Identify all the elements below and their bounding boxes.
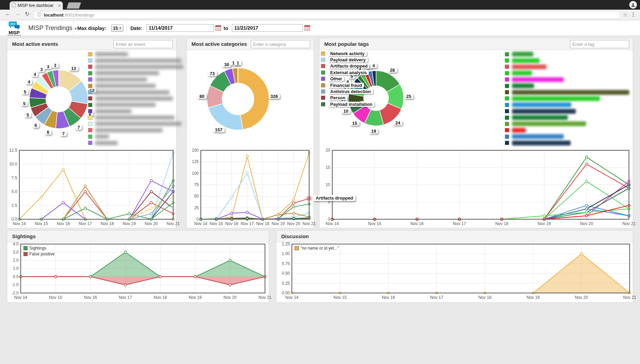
legend-swatch <box>88 115 92 120</box>
max-display-select[interactable]: 15▼ <box>111 24 124 32</box>
events-legend-item <box>88 77 183 82</box>
svg-text:0: 0 <box>328 217 330 222</box>
forward-button[interactable]: → <box>14 11 21 17</box>
svg-text:7.5: 7.5 <box>11 175 17 180</box>
categories-line-chart[interactable]: 0255075100125150Nov 14Nov 15Nov 16Nov 17… <box>188 148 311 228</box>
brand-subtitle: Threat Sharing <box>4 34 24 36</box>
events-legend-item <box>88 96 183 101</box>
legend-swatch <box>88 103 92 107</box>
header-divider <box>126 20 127 36</box>
browser-tab-bar: MISP live dashboar × <box>0 0 640 10</box>
legend-swatch <box>88 58 92 63</box>
legend-label: Person <box>328 95 347 100</box>
sightings-chart-legend: SightingsFalse positive <box>23 246 55 256</box>
svg-text:1.00: 1.00 <box>282 251 290 256</box>
donut-value-label: 6 <box>45 130 51 135</box>
svg-text:0.25: 0.25 <box>282 281 290 286</box>
misp-logo[interactable]: MISP Threat Sharing <box>4 21 24 36</box>
categories-legend-item: Network activity <box>321 51 374 56</box>
legend-swatch <box>88 128 92 132</box>
panel-header: Most popular tags <box>319 38 633 50</box>
tags-line-chart[interactable]: 05101520Nov 14Nov 15Nov 16Nov 17Nov 18No… <box>322 148 631 228</box>
redacted-legend-label <box>512 102 571 107</box>
bookmark-star-icon[interactable]: ☆ <box>623 11 628 18</box>
date-to-input[interactable] <box>232 24 303 32</box>
donut-value-label: 80 <box>197 93 206 99</box>
legend-swatch <box>321 58 325 62</box>
categories-legend-item: Financial fraud <box>321 82 374 88</box>
svg-text:Nov 16: Nov 16 <box>57 221 70 226</box>
svg-text:Nov 15: Nov 15 <box>210 221 223 226</box>
donut-value-label: 25 <box>404 93 413 99</box>
tab-close-icon[interactable]: × <box>58 3 61 8</box>
svg-text:Nov 14: Nov 14 <box>14 295 27 300</box>
date-from-input[interactable] <box>146 24 214 32</box>
legend-swatch <box>505 90 509 94</box>
tags-legend-item <box>505 128 629 133</box>
page-favicon-icon <box>12 2 16 9</box>
donut-value-label: 24 <box>393 120 402 125</box>
tags-legend-item <box>505 89 629 95</box>
category-search-input[interactable] <box>251 40 310 48</box>
redacted-legend-label <box>95 97 173 101</box>
event-search-input[interactable] <box>114 40 173 48</box>
legend-label: Payload delivery <box>328 57 368 62</box>
svg-text:15: 15 <box>326 165 331 170</box>
svg-text:Nov 18: Nov 18 <box>495 221 508 226</box>
reload-button[interactable]: ↻ <box>23 11 31 17</box>
svg-text:Nov 17: Nov 17 <box>430 295 443 300</box>
browser-toolbar: ← → ↻ ⓘ localhost:8001/trendings ☆ ⋮ <box>0 10 640 20</box>
svg-text:Nov 15: Nov 15 <box>35 221 48 226</box>
calendar-icon[interactable] <box>304 25 310 31</box>
legend-swatch <box>295 246 299 250</box>
nav-title-dropdown[interactable]: MISP Trendings▼ <box>28 24 78 32</box>
donut-value-label: 5 <box>21 101 28 106</box>
tags-legend-item <box>505 121 629 127</box>
legend-swatch <box>88 71 92 75</box>
svg-text:12.5: 12.5 <box>9 148 18 153</box>
calendar-icon[interactable] <box>215 25 221 31</box>
events-legend-item <box>88 121 183 127</box>
categories-donut-chart[interactable]: 326157807330191 <box>190 51 286 147</box>
tags-legend-item <box>505 140 629 145</box>
donut-value-label: 28 <box>388 67 397 72</box>
svg-text:Nov 21: Nov 21 <box>167 221 180 226</box>
tags-legend-item <box>505 115 629 120</box>
profile-avatar-icon[interactable] <box>629 1 637 9</box>
redacted-legend-label <box>512 141 571 145</box>
browser-tab[interactable]: MISP live dashboar × <box>10 1 63 10</box>
legend-swatch <box>505 141 509 145</box>
donut-value-label: 157 <box>213 127 225 132</box>
legend-swatch <box>505 134 509 139</box>
page-info-icon[interactable]: ⓘ <box>37 12 41 18</box>
legend-swatch <box>505 64 509 69</box>
donut-value-label: 5 <box>24 112 31 117</box>
panel-header: Most active categories <box>187 38 314 50</box>
svg-text:10.0: 10.0 <box>9 162 18 166</box>
svg-text:1.25: 1.25 <box>282 242 290 246</box>
brand-name: MISP <box>4 31 24 34</box>
svg-text:Nov 17: Nov 17 <box>79 221 92 226</box>
svg-text:20: 20 <box>326 148 331 153</box>
legend-swatch <box>321 95 325 100</box>
tag-search-input[interactable] <box>570 40 629 48</box>
menu-dots-icon[interactable]: ⋮ <box>631 11 636 18</box>
new-tab-button[interactable] <box>67 2 81 9</box>
url-bar[interactable]: ⓘ localhost:8001/trendings <box>34 11 620 19</box>
events-legend <box>88 51 183 146</box>
legend-label: External analysis <box>328 70 369 75</box>
back-button[interactable]: ← <box>4 11 12 17</box>
redacted-legend-label <box>512 128 526 133</box>
redacted-legend-label <box>512 58 540 63</box>
legend-swatch <box>88 96 92 101</box>
legend-swatch <box>321 89 325 94</box>
events-line-chart[interactable]: 0.02.55.07.510.012.5Nov 14Nov 15Nov 16No… <box>9 148 175 228</box>
legend-label: Financial fraud <box>328 83 364 88</box>
events-legend-item <box>88 140 183 145</box>
max-display-label: Max display: <box>77 26 106 31</box>
svg-text:0.50: 0.50 <box>282 271 290 276</box>
legend-swatch <box>88 134 92 139</box>
svg-text:Nov 21: Nov 21 <box>623 295 636 300</box>
sightings-area-chart[interactable]: -2.0-1.00.01.02.03.04.0Nov 14Nov 15Nov 1… <box>9 242 267 302</box>
discussion-area-chart[interactable]: 0.000.250.500.751.001.25Nov 14Nov 15Nov … <box>278 242 632 302</box>
